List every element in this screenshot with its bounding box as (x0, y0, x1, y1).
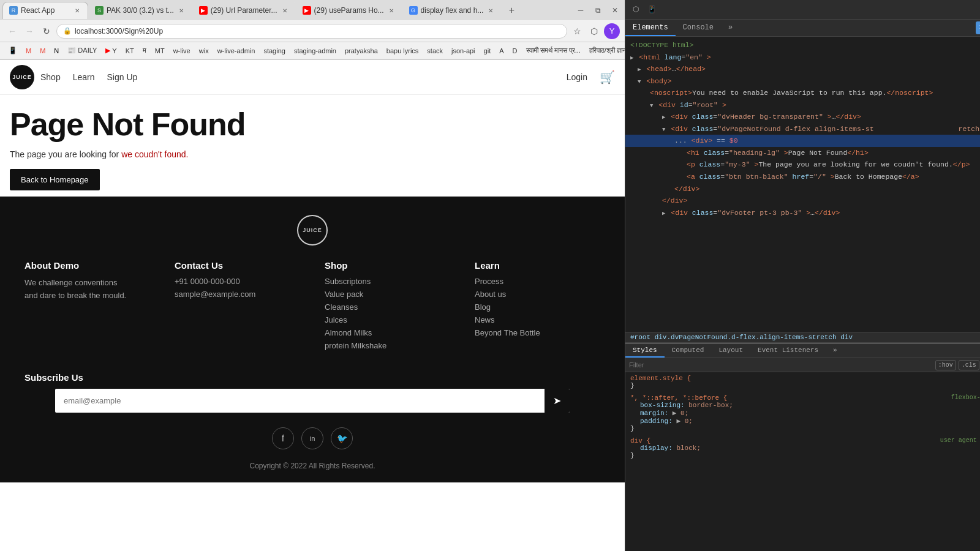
address-bar[interactable]: 🔒 localhost:3000/Sign%20Up (56, 24, 567, 39)
maximize-button[interactable]: ⧉ (590, 3, 605, 18)
styles-filter-input[interactable] (629, 361, 933, 369)
bookmark-swami[interactable]: स्वामी समर्थ मानस प्र... (522, 45, 584, 56)
subscribe-button[interactable]: ➤ (545, 389, 570, 413)
footer-contact-email[interactable]: sample@example.com (175, 290, 300, 299)
inspect-element-icon[interactable]: ⬡ (630, 4, 641, 15)
bookmark-gmail-2[interactable]: M (36, 46, 49, 56)
breadcrumb-dvpnf[interactable]: div.dvPageNotFound.d-flex.align-items-st… (655, 334, 837, 341)
subscribe-email-input[interactable] (55, 390, 545, 411)
styles-filter-cls[interactable]: .cls (959, 360, 979, 370)
tab-close-url[interactable]: ✕ (281, 6, 289, 15)
devtools-tab-console[interactable]: Console (676, 20, 721, 36)
footer-shop-almond-milks[interactable]: Almond Milks (325, 328, 450, 337)
breadcrumb-div[interactable]: div (840, 334, 853, 341)
bookmark-staging[interactable]: staging (260, 46, 288, 56)
bookmark-git[interactable]: git (480, 46, 495, 56)
tab-useparams[interactable]: ▶ (29) useParams Ho... ✕ (296, 2, 402, 19)
bookmark-json-api[interactable]: json-api (448, 46, 479, 56)
tab-display-flex[interactable]: G display flex and h... ✕ (402, 2, 502, 19)
nav-login[interactable]: Login (567, 72, 587, 82)
minimize-button[interactable]: ─ (573, 3, 588, 18)
footer-shop-protein[interactable]: protein Milkshake (325, 341, 450, 350)
bookmark-w-live-admin[interactable]: w-live-admin (214, 46, 259, 56)
bookmark-mt[interactable]: MT (151, 46, 168, 56)
dom-anchor[interactable]: <a class="btn btn-black" href="/" >Back … (625, 171, 980, 183)
dom-dvheader[interactable]: ▶ <div class="dvHeader bg-transparent" >… (625, 111, 980, 123)
footer-learn-about-us[interactable]: About us (475, 290, 600, 299)
dom-p[interactable]: <p class="my-3" >The page you are lookin… (625, 159, 980, 171)
bookmark-staging-admin[interactable]: staging-admin (290, 46, 340, 56)
bookmark-wix[interactable]: wix (195, 46, 213, 56)
bookmark-stack[interactable]: stack (423, 46, 447, 56)
style-expand-margin[interactable]: ▶ (673, 410, 677, 417)
close-window-button[interactable]: ✕ (608, 3, 622, 18)
bookmark-gmail-1[interactable]: M (22, 46, 35, 56)
nav-shop[interactable]: Shop (40, 72, 61, 82)
bookmark-button[interactable]: ☆ (570, 24, 584, 39)
bookmark-daily[interactable]: 📰 DAILY (64, 45, 100, 56)
style-expand-padding[interactable]: ▶ (676, 418, 680, 425)
site-footer: JUICE About Demo We challenge convention… (0, 197, 625, 482)
dom-dvpagenotfound[interactable]: ▼ <div class="dvPageNotFound d-flex alig… (625, 123, 980, 135)
device-mode-icon[interactable]: 📱 (646, 4, 657, 15)
dom-root[interactable]: ▼ <div id="root" > (625, 99, 980, 111)
footer-contact-phone[interactable]: +91 0000-000-000 (175, 277, 300, 286)
twitter-button[interactable]: 🐦 (331, 427, 353, 449)
footer-shop-juices[interactable]: Juices (325, 315, 450, 324)
instagram-button[interactable]: in (301, 427, 323, 449)
dom-body[interactable]: ▼ <body> (625, 75, 980, 88)
breadcrumb-root[interactable]: #root (630, 334, 650, 341)
styles-filter-hov[interactable]: :hov (935, 360, 956, 370)
reload-button[interactable]: ↻ (39, 24, 54, 39)
tab-url-param[interactable]: ▶ (29) Url Parameter... ✕ (192, 2, 296, 19)
dom-selected-div[interactable]: ... <div> == $0 (625, 135, 980, 147)
styles-tab-styles[interactable]: Styles (625, 344, 665, 358)
devtools-tab-elements[interactable]: Elements (625, 20, 676, 36)
cart-icon[interactable]: 🛒 (600, 70, 615, 84)
bookmark-d[interactable]: D (509, 46, 521, 56)
tab-close-pak[interactable]: ✕ (177, 6, 186, 15)
footer-shop-cleanses[interactable]: Cleanses (325, 302, 450, 312)
tab-close-useparams[interactable]: ✕ (387, 6, 396, 15)
back-button[interactable]: ← (5, 24, 20, 39)
tab-react-app[interactable]: R React App ✕ (2, 2, 88, 19)
back-to-homepage-button[interactable]: Back to Homepage (10, 169, 100, 190)
new-tab-button[interactable]: + (504, 3, 519, 18)
bookmark-bapu[interactable]: bapu lyrics (383, 46, 423, 56)
styles-tab-computed[interactable]: Computed (665, 344, 712, 358)
bookmark-notion[interactable]: N (50, 46, 62, 56)
styles-tab-more[interactable]: » (826, 344, 845, 358)
profile-button[interactable]: Y (604, 23, 620, 39)
facebook-button[interactable]: f (272, 427, 294, 449)
footer-shop-valuepack[interactable]: Value pack (325, 290, 450, 299)
dom-head[interactable]: ▶ <head>…</head> (625, 63, 980, 75)
extensions-button[interactable]: ⬡ (587, 24, 601, 39)
nav-signup[interactable]: Sign Up (107, 72, 138, 82)
footer-learn-blog[interactable]: Blog (475, 302, 600, 312)
page-not-found-desc: The page you are looking for we coudn't … (10, 149, 615, 159)
bookmark-whatsapp[interactable]: 📱 (5, 45, 21, 56)
styles-tab-layout[interactable]: Layout (711, 344, 750, 358)
bookmark-a[interactable]: A (496, 46, 507, 56)
bookmark-haripath[interactable]: हरिपाठ/श्री ज्ञानदेव ह... (586, 45, 625, 56)
dom-html[interactable]: ▶ <html lang="en" > (625, 51, 980, 64)
bookmark-youtube[interactable]: ▶ Y (102, 45, 120, 56)
footer-learn-beyond[interactable]: Beyond The Bottle (475, 328, 600, 337)
devtools-tab-more[interactable]: » (721, 20, 740, 36)
footer-learn-process[interactable]: Process (475, 277, 600, 286)
bookmark-pratyaksha[interactable]: pratyaksha (341, 46, 382, 56)
footer-shop-subscriptions[interactable]: Subscriptons (325, 277, 450, 286)
bookmark-w-live[interactable]: w-live (170, 46, 194, 56)
tab-close-react[interactable]: ✕ (73, 6, 81, 15)
styles-tab-event-listeners[interactable]: Event Listeners (750, 344, 826, 358)
forward-button[interactable]: → (22, 24, 37, 39)
bookmark-hindi-m[interactable]: म (139, 45, 150, 56)
bookmark-kt[interactable]: KT (122, 46, 138, 56)
logo[interactable]: JUICE (10, 65, 34, 89)
nav-learn[interactable]: Learn (73, 72, 95, 82)
dom-dvfooter[interactable]: ▶ <div class="dvFooter pt-3 pb-3" >…</di… (625, 207, 980, 219)
tab-pak[interactable]: S PAK 30/0 (3.2) vs t... ✕ (88, 2, 192, 19)
dom-h1[interactable]: <h1 class="heading-lg" >Page Not Found</… (625, 147, 980, 159)
footer-learn-news[interactable]: News (475, 315, 600, 324)
tab-close-flex[interactable]: ✕ (486, 6, 495, 15)
